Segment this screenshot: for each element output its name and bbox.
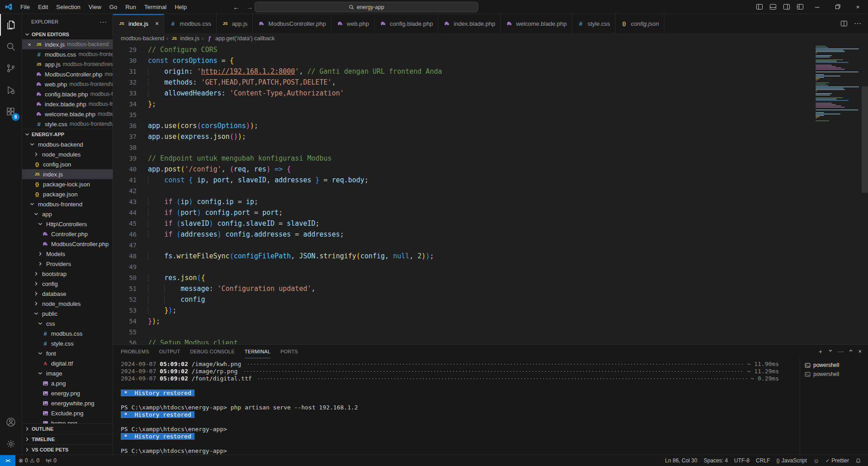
close-window-button[interactable]: × <box>848 0 868 14</box>
views-more-actions-icon[interactable]: ··· <box>100 18 107 25</box>
code-line[interactable]: 42 <box>113 185 868 196</box>
code-line[interactable]: 45 if (slaveID) config.slaveID = slaveID… <box>113 218 868 229</box>
tree-folder-Http\Controllers[interactable]: Http\Controllers <box>22 219 113 229</box>
breadcrumb-item[interactable]: index.js <box>180 35 199 42</box>
code-line[interactable]: 35 <box>113 109 868 120</box>
toggle-secondary-sidebar-icon[interactable] <box>780 0 793 14</box>
code-line[interactable]: 40app.post('/config', (req, res) => { <box>113 164 868 175</box>
problems-status[interactable]: ⊗0 ⚠0 <box>15 455 43 466</box>
code-line[interactable]: 33 allowedHeaders: 'Content-Type,Authori… <box>113 88 868 99</box>
back-icon[interactable]: ← <box>233 3 240 11</box>
tree-file-Exclude.png[interactable]: Exclude.png <box>22 408 113 418</box>
close-icon[interactable]: × <box>26 41 33 48</box>
tab-config.blade.php[interactable]: config.blade.php <box>375 14 438 33</box>
menu-go[interactable]: Go <box>105 0 121 14</box>
menu-run[interactable]: Run <box>121 0 140 14</box>
panel-tab-problems[interactable]: PROBLEMS <box>121 345 149 358</box>
tree-file-a.png[interactable]: a.png <box>22 378 113 388</box>
tree-folder-node_modules[interactable]: node_modules <box>22 149 113 159</box>
command-center-search[interactable]: energy-app <box>255 2 478 12</box>
panel-tab-ports[interactable]: PORTS <box>280 345 298 358</box>
split-editor-icon[interactable] <box>838 18 850 29</box>
panel-tab-terminal[interactable]: TERMINAL <box>245 345 270 358</box>
project-root-header[interactable]: ENERGY-APP <box>22 129 113 139</box>
close-tab-icon[interactable]: × <box>155 20 159 27</box>
open-editor-modbus.css[interactable]: #modbus.cssmodbus-frontend\p... <box>22 49 113 59</box>
tree-file-modbus.css[interactable]: #modbus.css <box>22 328 113 338</box>
minimize-button[interactable]: ─ <box>807 0 827 14</box>
terminal-instance-powershell[interactable]: powershell <box>800 361 868 370</box>
language-mode[interactable]: {}JavaScript <box>773 455 810 466</box>
tree-folder-Providers[interactable]: Providers <box>22 259 113 269</box>
source-control-icon[interactable] <box>0 57 22 79</box>
code-line[interactable]: 36app.use(cors(corsOptions)); <box>113 120 868 131</box>
menu-terminal[interactable]: Terminal <box>140 0 171 14</box>
terminal-output[interactable]: 2024-09-07 05:09:02 /image/kwh.png ~ 11.… <box>113 358 800 455</box>
code-line[interactable]: 47 <box>113 240 868 251</box>
tree-file-ModbusController.php[interactable]: ModbusController.php <box>22 239 113 249</box>
restore-button[interactable] <box>827 0 848 14</box>
breadcrumb-item[interactable]: modbus-backend <box>121 35 164 42</box>
tree-folder-modbus-backend[interactable]: modbus-backend <box>22 139 113 149</box>
breadcrumb[interactable]: modbus-backend›JSindex.js›ƒapp.get('/dat… <box>113 33 868 43</box>
tree-file-index.js[interactable]: JSindex.js <box>22 169 113 179</box>
remote-indicator[interactable]: >< <box>0 455 15 466</box>
code-line[interactable]: 29// Configure CORS <box>113 44 868 55</box>
open-editor-app.js[interactable]: JSapp.jsmodbus-frontend\resource... <box>22 59 113 69</box>
code-line[interactable]: 37app.use(express.json()); <box>113 131 868 142</box>
open-editors-header[interactable]: OPEN EDITORS <box>22 29 113 39</box>
eol[interactable]: CRLF <box>753 455 773 466</box>
tab-index.js[interactable]: JSindex.js× <box>113 14 164 33</box>
open-editor-web.php[interactable]: web.phpmodbus-frontend\routes <box>22 79 113 89</box>
more-actions-icon[interactable]: ··· <box>852 18 863 29</box>
tab-web.php[interactable]: web.php <box>332 14 375 33</box>
code-line[interactable]: 55 <box>113 327 868 338</box>
toggle-sidebar-icon[interactable] <box>753 0 766 14</box>
code-line[interactable]: 41 const { ip, port, slaveID, addresses … <box>113 175 868 185</box>
code-line[interactable]: 34}; <box>113 99 868 109</box>
formatter[interactable]: ✓Prettier <box>822 455 852 466</box>
code-line[interactable]: 48 fs.writeFileSync(configFilePath, JSON… <box>113 251 868 262</box>
panel-more-actions-icon[interactable]: ··· <box>838 348 844 355</box>
ports-status[interactable]: 0 <box>43 455 60 466</box>
encoding[interactable]: UTF-8 <box>731 455 753 466</box>
code-line[interactable]: 30const corsOptions = { <box>113 55 868 66</box>
code-line[interactable]: 53 }); <box>113 305 868 316</box>
code-line[interactable]: 38 <box>113 142 868 153</box>
code-line[interactable]: 51 message: 'Configuration updated', <box>113 283 868 294</box>
forward-icon[interactable]: → <box>246 3 253 11</box>
new-terminal-icon[interactable]: ＋ <box>817 347 823 356</box>
minimap[interactable] <box>816 43 862 122</box>
menu-selection[interactable]: Selection <box>52 0 84 14</box>
tree-file-energy.png[interactable]: energy.png <box>22 388 113 398</box>
accounts-icon[interactable] <box>0 411 22 433</box>
tree-folder-modbus-frontend[interactable]: modbus-frontend <box>22 199 113 209</box>
breadcrumb-item[interactable]: app.get('/data') callback <box>215 35 275 42</box>
tab-modbus.css[interactable]: #modbus.css <box>164 14 216 33</box>
maximize-panel-icon[interactable] <box>848 348 854 355</box>
tree-folder-database[interactable]: database <box>22 289 113 299</box>
code-line[interactable]: 49 <box>113 262 868 272</box>
settings-gear-icon[interactable] <box>0 433 22 455</box>
open-editor-config.blade.php[interactable]: config.blade.phpmodbus-fronte... <box>22 89 113 99</box>
panel-tab-output[interactable]: OUTPUT <box>159 345 180 358</box>
cursor-position[interactable]: Ln 86, Col 30 <box>662 455 700 466</box>
tree-folder-app[interactable]: app <box>22 209 113 219</box>
code-line[interactable]: 32 methods: 'GET,HEAD,PUT,PATCH,POST,DEL… <box>113 77 868 88</box>
menu-help[interactable]: Help <box>171 0 191 14</box>
terminal-instance-powershell[interactable]: powershell <box>800 370 868 379</box>
tree-file-config.json[interactable]: {}config.json <box>22 159 113 169</box>
tab-style.css[interactable]: #style.css <box>572 14 616 33</box>
menu-file[interactable]: File <box>16 0 34 14</box>
open-editor-index.blade.php[interactable]: index.blade.phpmodbus-fronte... <box>22 99 113 109</box>
editor-scrollbar[interactable] <box>862 43 868 344</box>
tree-file-package.json[interactable]: {}package.json <box>22 189 113 199</box>
toggle-panel-icon[interactable] <box>766 0 780 14</box>
tree-folder-config[interactable]: config <box>22 279 113 289</box>
code-line[interactable]: 43 if (ip) config.ip = ip; <box>113 196 868 207</box>
open-editor-style.css[interactable]: #style.cssmodbus-frontend\public... <box>22 119 113 129</box>
code-line[interactable]: 56// Setup Modbus client <box>113 338 868 344</box>
tab-welcome.blade.php[interactable]: welcome.blade.php <box>501 14 572 33</box>
tab-ModbusController.php[interactable]: ModbusController.php <box>253 14 331 33</box>
notifications[interactable] <box>852 455 864 466</box>
